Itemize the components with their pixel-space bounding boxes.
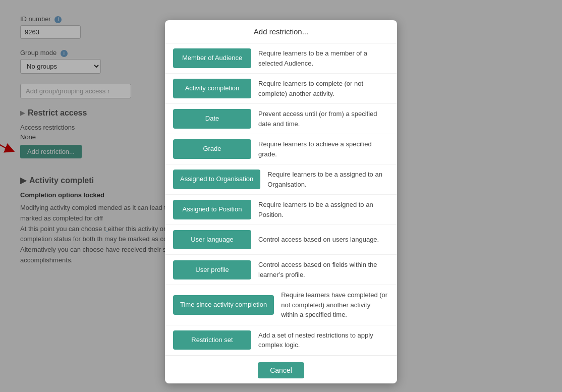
restriction-btn-assigned-to-organisation[interactable]: Assigned to Organisation <box>173 170 260 189</box>
restriction-btn-restriction-set[interactable]: Restriction set <box>173 330 251 350</box>
cancel-button[interactable]: Cancel <box>258 362 304 378</box>
restriction-desc-member-of-audience: Require learners to be a member of a sel… <box>258 48 389 68</box>
restriction-desc-assigned-to-position: Require learners to be a assigned to an … <box>258 200 389 219</box>
restriction-item-restriction-set: Restriction setAdd a set of nested restr… <box>165 325 397 356</box>
restriction-item-date: DatePrevent access until (or from) a spe… <box>165 104 397 134</box>
restriction-desc-assigned-to-organisation: Require learners to be a assigned to an … <box>267 170 389 189</box>
restriction-desc-user-language: Control access based on users language. <box>258 235 389 245</box>
restriction-btn-grade[interactable]: Grade <box>173 139 251 158</box>
modal-footer: Cancel <box>165 356 397 383</box>
restriction-btn-user-language[interactable]: User language <box>173 230 251 249</box>
restriction-desc-activity-completion: Require learners to complete (or not com… <box>258 79 389 98</box>
restriction-desc-restriction-set: Add a set of nested restrictions to appl… <box>258 330 389 350</box>
restriction-btn-time-since-activity-completion[interactable]: Time since activity completion <box>173 295 274 314</box>
restriction-desc-date: Prevent access until (or from) a specifi… <box>258 109 389 129</box>
restriction-desc-user-profile: Control access based on fields within th… <box>258 260 389 279</box>
restriction-item-assigned-to-organisation: Assigned to OrganisationRequire learners… <box>165 164 397 195</box>
restriction-btn-assigned-to-position[interactable]: Assigned to Position <box>173 200 251 219</box>
restriction-item-user-language: User languageControl access based on use… <box>165 225 397 255</box>
restriction-desc-grade: Require learners to achieve a specified … <box>258 139 389 159</box>
restriction-item-grade: GradeRequire learners to achieve a speci… <box>165 134 397 164</box>
modal-title: Add restriction... <box>165 20 397 43</box>
restriction-item-user-profile: User profileControl access based on fiel… <box>165 255 397 285</box>
restriction-btn-activity-completion[interactable]: Activity completion <box>173 79 251 98</box>
restriction-btn-member-of-audience[interactable]: Member of Audience <box>173 48 251 68</box>
restriction-item-time-since-activity-completion: Time since activity completionRequire le… <box>165 285 397 325</box>
restriction-desc-time-since-activity-completion: Require learners have completed (or not … <box>281 290 389 320</box>
modal-body: Member of AudienceRequire learners to be… <box>165 43 397 356</box>
restriction-item-assigned-to-position: Assigned to PositionRequire learners to … <box>165 195 397 225</box>
restriction-item-member-of-audience: Member of AudienceRequire learners to be… <box>165 43 397 74</box>
restriction-btn-date[interactable]: Date <box>173 109 251 128</box>
add-restriction-modal: Add restriction... Member of AudienceReq… <box>165 20 397 383</box>
modal-overlay: Add restriction... Member of AudienceReq… <box>0 0 562 392</box>
restriction-item-activity-completion: Activity completionRequire learners to c… <box>165 74 397 104</box>
restriction-btn-user-profile[interactable]: User profile <box>173 260 251 279</box>
